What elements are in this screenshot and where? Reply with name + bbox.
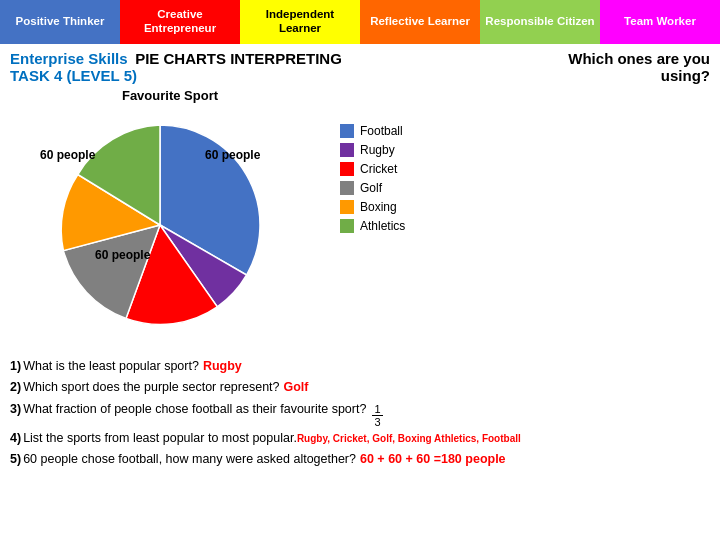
tab-responsible-citizen[interactable]: Responsible Citizen	[480, 0, 600, 44]
legend-boxing: Boxing	[340, 200, 405, 214]
legend-golf: Golf	[340, 181, 405, 195]
main-content: Enterprise Skills PIE CHARTS INTERPRETIN…	[0, 44, 720, 476]
legend-football: Football	[340, 124, 405, 138]
question-4: 4) List the sports from least popular to…	[10, 428, 710, 449]
legend-athletics-label: Athletics	[360, 219, 405, 233]
legend-boxing-color	[340, 200, 354, 214]
questions-section: 1) What is the least popular sport? Rugb…	[10, 356, 710, 470]
legend-area: Football Rugby Cricket Golf Boxing Athle…	[340, 88, 405, 238]
legend-football-color	[340, 124, 354, 138]
question-2: 2) Which sport does the purple sector re…	[10, 377, 710, 398]
question-3: 3) What fraction of people chose footbal…	[10, 399, 710, 428]
legend-rugby-label: Rugby	[360, 143, 395, 157]
legend-boxing-label: Boxing	[360, 200, 397, 214]
legend-golf-label: Golf	[360, 181, 382, 195]
label-60-right: 60 people	[205, 148, 260, 162]
pie-chart-container: Favourite Sport	[10, 88, 330, 348]
label-60-bottom: 60 people	[95, 248, 150, 262]
question-5: 5) 60 people chose football, how many we…	[10, 449, 710, 470]
chart-title: Favourite Sport	[10, 88, 330, 103]
tab-independent-learner[interactable]: Independent Learner	[240, 0, 360, 44]
legend-athletics-color	[340, 219, 354, 233]
enterprise-skills-label: Enterprise Skills	[10, 50, 128, 67]
label-60-left: 60 people	[40, 148, 95, 162]
chart-area: Favourite Sport	[10, 88, 710, 348]
legend-cricket: Cricket	[340, 162, 405, 176]
pie-header-label: PIE CHARTS INTERPRETING	[135, 50, 342, 67]
tab-creative-entrepreneur[interactable]: Creative Entrepreneur	[120, 0, 240, 44]
tab-positive-thinker[interactable]: Positive Thinker	[0, 0, 120, 44]
title-bar: Enterprise Skills PIE CHARTS INTERPRETIN…	[10, 50, 710, 84]
fraction-value: 1 3	[372, 403, 382, 428]
legend-cricket-label: Cricket	[360, 162, 397, 176]
task-subtitle: TASK 4 (LEVEL 5)	[10, 67, 137, 84]
top-navigation: Positive Thinker Creative Entrepreneur I…	[0, 0, 720, 44]
legend-rugby: Rugby	[340, 143, 405, 157]
tab-reflective-learner[interactable]: Reflective Learner	[360, 0, 480, 44]
which-ones-label: Which ones are you using?	[568, 50, 710, 84]
question-1: 1) What is the least popular sport? Rugb…	[10, 356, 710, 377]
legend-cricket-color	[340, 162, 354, 176]
legend-athletics: Athletics	[340, 219, 405, 233]
fraction-display: 1 3	[370, 399, 384, 428]
pie-chart-svg	[10, 105, 310, 345]
legend-football-label: Football	[360, 124, 403, 138]
legend-rugby-color	[340, 143, 354, 157]
tab-team-worker[interactable]: Team Worker	[600, 0, 720, 44]
legend-golf-color	[340, 181, 354, 195]
